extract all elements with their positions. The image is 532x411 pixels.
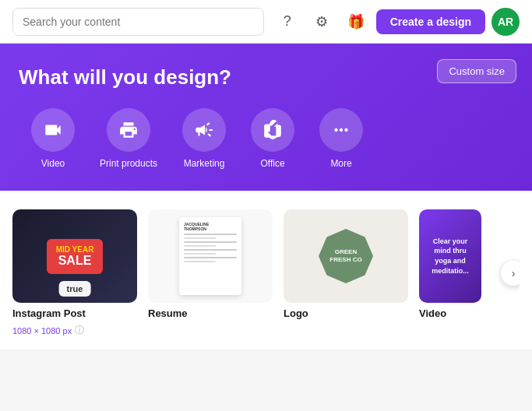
resume-label: Resume xyxy=(148,307,273,319)
video-thumb[interactable]: Clear yourmind thruyoga andmeditatio... … xyxy=(419,209,481,303)
create-design-button[interactable]: Create a design xyxy=(376,9,485,34)
header-icons: ? ⚙ 🎁 Create a design AR xyxy=(273,8,520,36)
instagram-post-size: 1080 × 1080 px xyxy=(12,326,72,335)
video-label: Video xyxy=(41,158,65,169)
more-label: More xyxy=(330,158,351,169)
search-icon-2: 🔍 xyxy=(249,220,262,233)
card-resume: JACQUELINETHOMPSON 🔍 xyxy=(148,209,273,337)
video-icon-circle xyxy=(31,108,75,152)
marketing-icon-circle xyxy=(182,108,226,152)
resume-thumb[interactable]: JACQUELINETHOMPSON 🔍 xyxy=(148,209,273,303)
logo-label: Logo xyxy=(284,307,408,319)
logo-thumb[interactable]: GREENFRESH CO 🔍 xyxy=(284,209,408,303)
category-item-print[interactable]: Print products xyxy=(87,105,170,172)
category-item-more[interactable]: More xyxy=(307,105,375,172)
custom-size-button[interactable]: Custom size xyxy=(437,59,516,83)
instagram-post-thumb[interactable]: MID YEAR SALE 🔍 true xyxy=(12,209,137,303)
content-area: MID YEAR SALE 🔍 true Instagram Post 1080… xyxy=(0,191,532,350)
header: ? ⚙ 🎁 Create a design AR xyxy=(0,0,532,44)
card-video: Clear yourmind thruyoga andmeditatio... … xyxy=(419,209,481,337)
print-icon xyxy=(118,120,139,140)
search-icon: 🔍 xyxy=(114,220,127,233)
hero-banner: What will you design? Custom size Video … xyxy=(0,44,532,191)
search-icon-3: 🔍 xyxy=(385,220,398,233)
office-icon-circle xyxy=(251,108,294,152)
help-button[interactable]: ? xyxy=(273,8,301,36)
settings-icon: ⚙ xyxy=(315,13,328,30)
search-icon-badge-2: 🔍 xyxy=(245,216,266,237)
video-card-label: Video xyxy=(419,307,481,319)
categories-row: Video Print products Marketing xyxy=(19,105,513,172)
gift-icon: 🎁 xyxy=(347,13,365,30)
office-label: Office xyxy=(260,158,284,169)
marketing-label: Marketing xyxy=(184,158,225,169)
next-arrow-button[interactable]: › xyxy=(501,261,520,286)
office-icon xyxy=(262,120,283,140)
category-item-video[interactable]: Video xyxy=(19,105,87,172)
settings-button[interactable]: ⚙ xyxy=(308,8,336,36)
category-item-office[interactable]: Office xyxy=(238,105,307,172)
print-icon-circle xyxy=(107,108,150,152)
avatar[interactable]: AR xyxy=(491,8,520,36)
design-cards-row: MID YEAR SALE 🔍 true Instagram Post 1080… xyxy=(12,209,520,337)
video-icon xyxy=(43,120,63,140)
card-logo: GREENFRESH CO 🔍 Logo xyxy=(284,209,408,337)
more-dots-icon xyxy=(331,120,351,140)
search-icon-badge-4: 🔍 xyxy=(453,216,475,237)
search-input[interactable] xyxy=(12,8,264,36)
card-instagram-post: MID YEAR SALE 🔍 true Instagram Post 1080… xyxy=(12,209,137,337)
info-icon: ⓘ xyxy=(75,324,84,337)
search-icon-badge: 🔍 xyxy=(109,216,131,237)
instagram-post-label: Instagram Post xyxy=(12,307,137,319)
help-icon: ? xyxy=(284,13,291,30)
category-item-marketing[interactable]: Marketing xyxy=(170,105,238,172)
print-label: Print products xyxy=(100,158,157,169)
next-icon: › xyxy=(512,267,516,279)
create-blank-label: true xyxy=(59,281,91,297)
search-icon-4: 🔍 xyxy=(458,220,471,233)
more-icon-circle xyxy=(319,108,363,152)
gift-button[interactable]: 🎁 xyxy=(342,8,370,36)
marketing-icon xyxy=(194,120,214,140)
search-icon-badge-3: 🔍 xyxy=(380,216,402,237)
